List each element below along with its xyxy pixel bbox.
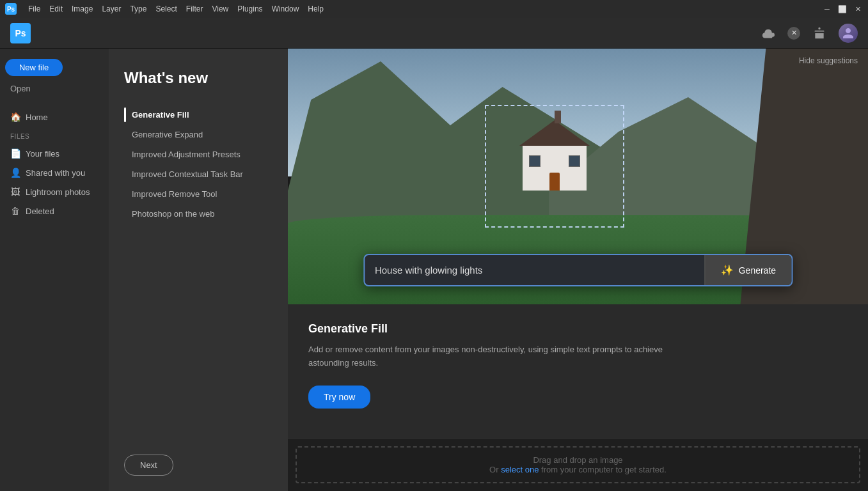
menu-help[interactable]: Help (304, 3, 327, 15)
content-area: ✨ Generate Hide suggestions Generative F… (288, 49, 868, 491)
shared-icon: 👤 (10, 168, 20, 178)
generate-label: Generate (739, 265, 776, 276)
user-avatar[interactable] (839, 24, 858, 43)
menu-type[interactable]: Type (126, 3, 150, 15)
house-body (523, 146, 587, 191)
house-chimney (555, 111, 561, 123)
file-icon: 📄 (10, 148, 20, 159)
title-bar-left: Ps File Edit Image Layer Type Select Fil… (5, 3, 327, 15)
open-link[interactable]: Open (5, 81, 104, 96)
sidebar-item-home-label: Home (26, 113, 48, 122)
menu-plugins[interactable]: Plugins (233, 3, 266, 15)
menu-layer[interactable]: Layer (98, 3, 125, 15)
drag-drop-hint-text: Drag and drop an image (533, 455, 622, 465)
sidebar-item-home[interactable]: 🏠 Home (5, 109, 104, 125)
nav-item-photoshop-on-the-web[interactable]: Photoshop on the web (124, 204, 272, 224)
title-bar-right: ─ ⬜ ✕ (822, 4, 863, 14)
sidebar-item-deleted[interactable]: 🗑 Deleted (5, 203, 104, 219)
menu-window[interactable]: Window (268, 3, 303, 15)
gift-icon[interactable] (810, 24, 828, 42)
whats-new-inner: What's new Generative Fill Generative Ex… (109, 49, 288, 444)
generate-icon: ✨ (721, 264, 734, 276)
sidebar-item-your-files-label: Your files (26, 149, 59, 159)
image-demo: ✨ Generate Hide suggestions (288, 49, 868, 304)
sidebar-item-deleted-label: Deleted (26, 207, 54, 216)
menu-filter[interactable]: Filter (182, 3, 207, 15)
or-text: Or (489, 465, 498, 474)
cloud-icon[interactable] (759, 24, 777, 42)
trash-icon: 🗑 (10, 206, 20, 216)
nav-item-generative-expand[interactable]: Generative Expand (124, 125, 272, 144)
app-bar: Ps ✕ (0, 18, 868, 49)
from-computer-text: from your computer to get started. (541, 465, 667, 474)
title-bar: Ps File Edit Image Layer Type Select Fil… (0, 0, 868, 18)
sidebar-item-lightroom-label: Lightroom photos (26, 187, 90, 197)
select-one-link[interactable]: select one (501, 465, 539, 474)
sidebar-item-shared-with-you[interactable]: 👤 Shared with you (5, 164, 104, 181)
ps-titlebar-icon: Ps (5, 3, 17, 15)
menu-bar: File Edit Image Layer Type Select Filter… (24, 3, 327, 15)
sidebar-item-your-files[interactable]: 📄 Your files (5, 145, 104, 162)
whats-new-nav: Generative Fill Generative Expand Improv… (124, 105, 272, 224)
menu-edit[interactable]: Edit (45, 3, 67, 15)
main-layout: New file Open 🏠 Home FILES 📄 Your files … (0, 49, 868, 491)
menu-view[interactable]: View (208, 3, 232, 15)
info-title: Generative Fill (308, 322, 848, 336)
nav-item-improved-contextual-task-bar[interactable]: Improved Contextual Task Bar (124, 164, 272, 184)
close-badge-button[interactable]: ✕ (787, 27, 800, 40)
files-section-label: FILES (5, 128, 104, 143)
minimize-button[interactable]: ─ (822, 4, 832, 14)
whats-new-footer: Next (109, 444, 288, 491)
house-door (549, 173, 560, 191)
info-description: Add or remove content from your images n… (308, 343, 692, 370)
nav-item-generative-fill[interactable]: Generative Fill (124, 105, 272, 125)
app-bar-right: ✕ (759, 24, 858, 43)
menu-file[interactable]: File (24, 3, 44, 15)
info-panel: Generative Fill Add or remove content fr… (288, 304, 868, 438)
next-button[interactable]: Next (124, 455, 173, 476)
sidebar-item-shared-label: Shared with you (26, 168, 85, 178)
prompt-bar: ✨ Generate (363, 254, 793, 286)
new-file-button[interactable]: New file (5, 59, 63, 76)
whats-new-panel: What's new Generative Fill Generative Ex… (109, 49, 288, 491)
whats-new-title: What's new (124, 69, 272, 87)
hide-suggestions-button[interactable]: Hide suggestions (799, 56, 858, 65)
house-container (491, 120, 619, 228)
nav-item-improved-adjustment-presets[interactable]: Improved Adjustment Presets (124, 144, 272, 164)
generate-button[interactable]: ✨ Generate (705, 255, 791, 285)
app-logo: Ps (10, 23, 31, 43)
home-icon: 🏠 (10, 112, 20, 122)
sidebar: New file Open 🏠 Home FILES 📄 Your files … (0, 49, 109, 491)
house-window-right (569, 155, 580, 167)
sidebar-item-lightroom-photos[interactable]: 🖼 Lightroom photos (5, 183, 104, 200)
nav-item-improved-remove-tool[interactable]: Improved Remove Tool (124, 184, 272, 204)
menu-select[interactable]: Select (152, 3, 180, 15)
maximize-button[interactable]: ⬜ (837, 4, 848, 14)
house-window-left (529, 155, 541, 167)
try-now-button[interactable]: Try now (308, 386, 370, 409)
house-roof (519, 120, 590, 146)
close-button[interactable]: ✕ (853, 4, 863, 14)
drop-zone-hint: Drag and drop an image Or select one fro… (288, 438, 868, 491)
menu-image[interactable]: Image (68, 3, 97, 15)
drop-zone-border[interactable]: Drag and drop an image Or select one fro… (296, 446, 860, 483)
prompt-input[interactable] (365, 256, 705, 284)
lightroom-icon: 🖼 (10, 187, 20, 197)
